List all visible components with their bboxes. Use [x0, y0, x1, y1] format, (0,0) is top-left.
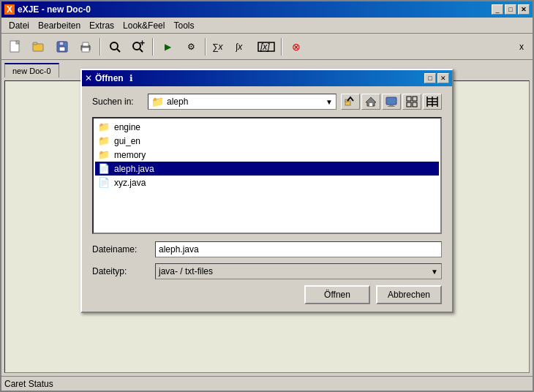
file-alephjava-icon: 📄 — [98, 163, 110, 174]
dialog-buttons-row: Öffnen Abbrechen — [92, 285, 442, 304]
dialog-body: Suchen in: 📁 aleph ▼ — [82, 86, 452, 312]
file-item-guien-name: gui_en — [114, 136, 140, 146]
folder-engine-icon: 📁 — [98, 121, 110, 132]
nav-desktop-btn[interactable] — [382, 94, 401, 110]
svg-rect-28 — [407, 97, 411, 101]
folder-memory-icon: 📁 — [98, 149, 110, 160]
filename-row: Dateiname: — [92, 241, 442, 257]
file-item-xyzjava[interactable]: 📄 xyz.java — [95, 176, 439, 189]
dialog-title-icon: ✕ — [85, 73, 92, 83]
file-xyzjava-icon: 📄 — [98, 177, 110, 188]
nav-list-btn[interactable] — [423, 94, 442, 110]
main-window: X eXJE - new Doc-0 _ □ ✕ Datei Bearbeite… — [0, 0, 534, 392]
nav-home-btn[interactable] — [361, 94, 380, 110]
svg-rect-24 — [369, 103, 372, 106]
svg-rect-25 — [386, 97, 396, 105]
file-item-memory-name: memory — [114, 150, 146, 160]
look-in-label: Suchen in: — [92, 97, 143, 107]
file-item-xyzjava-name: xyz.java — [114, 178, 146, 188]
dialog-close-button[interactable]: ✕ — [437, 73, 449, 83]
file-item-engine-name: engine — [114, 122, 140, 132]
filename-input[interactable] — [155, 241, 442, 257]
svg-rect-30 — [407, 102, 411, 107]
open-button[interactable]: Öffnen — [304, 285, 370, 304]
filetype-label: Dateityp: — [92, 266, 151, 276]
dialog-info-icon: ℹ — [129, 73, 133, 83]
folder-icon: 📁 — [151, 96, 164, 108]
dialog-title-buttons: □ ✕ — [424, 73, 449, 83]
nav-grid-btn[interactable] — [402, 94, 421, 110]
file-list-area[interactable]: 📁 engine 📁 gui_en 📁 memory 📄 aleph.java — [92, 117, 442, 234]
svg-rect-29 — [413, 97, 417, 101]
file-item-guien[interactable]: 📁 gui_en — [95, 134, 439, 148]
cancel-button[interactable]: Abbrechen — [376, 285, 442, 304]
look-in-row: Suchen in: 📁 aleph ▼ — [92, 94, 442, 110]
filename-label: Dateiname: — [92, 244, 151, 255]
look-in-combo[interactable]: 📁 aleph ▼ — [148, 94, 336, 110]
file-item-alephjava-name: aleph.java — [114, 164, 154, 174]
nav-up-btn[interactable] — [341, 94, 360, 110]
filetype-combo[interactable]: java- / txt-files ▼ — [155, 263, 442, 279]
nav-buttons — [341, 94, 442, 110]
svg-rect-27 — [388, 106, 395, 107]
dialog-overlay: ✕ Öffnen ℹ □ ✕ Suchen in: 📁 aleph — [1, 1, 533, 391]
svg-rect-26 — [389, 105, 394, 106]
file-item-alephjava[interactable]: 📄 aleph.java — [95, 162, 439, 176]
file-item-engine[interactable]: 📁 engine — [95, 120, 439, 134]
filetype-value: java- / txt-files — [159, 266, 213, 276]
dialog-title-bar: ✕ Öffnen ℹ □ ✕ — [82, 70, 452, 86]
file-item-memory[interactable]: 📁 memory — [95, 148, 439, 162]
folder-guien-icon: 📁 — [98, 135, 110, 146]
svg-rect-31 — [413, 102, 417, 107]
chevron-down-icon[interactable]: ▼ — [326, 98, 333, 106]
look-in-value: aleph — [167, 97, 323, 107]
open-dialog: ✕ Öffnen ℹ □ ✕ Suchen in: 📁 aleph — [80, 69, 454, 313]
dialog-title-text: Öffnen — [95, 73, 124, 83]
filetype-chevron-icon: ▼ — [431, 268, 438, 276]
dialog-title-left: ✕ Öffnen ℹ — [85, 73, 133, 83]
filetype-row: Dateityp: java- / txt-files ▼ — [92, 263, 442, 279]
dialog-maximize-button[interactable]: □ — [424, 73, 436, 83]
